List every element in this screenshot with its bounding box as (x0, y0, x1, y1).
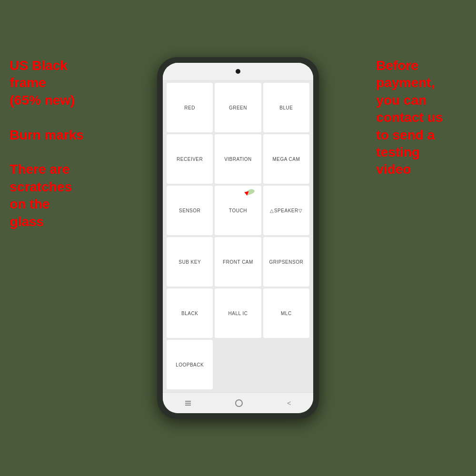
nav-bar: < (163, 392, 313, 413)
cell-empty-2 (263, 340, 309, 389)
annotation-left-line1: US Black (10, 57, 114, 74)
front-camera-dot (236, 69, 240, 74)
annotation-right-line6: testing (376, 144, 471, 161)
cell-black[interactable]: BLACK (167, 288, 213, 338)
cell-hall-ic[interactable]: HALL IC (215, 288, 261, 338)
phone-top-bar (163, 63, 313, 80)
nav-back-button[interactable]: < (287, 399, 291, 407)
annotation-right-line4: contact us (376, 109, 471, 126)
cell-blue[interactable]: BLUE (263, 83, 309, 132)
cell-mega-cam[interactable]: MEGA CAM (263, 134, 309, 184)
cell-vibration[interactable]: VIBRATION (215, 134, 261, 184)
cell-red[interactable]: RED (167, 83, 213, 132)
cell-green[interactable]: GREEN (215, 83, 261, 132)
annotation-left-scratch2: scratches (10, 178, 114, 196)
annotation-right-line1: Before (376, 57, 471, 74)
cell-speaker[interactable]: △SPEAKER▽ (263, 186, 309, 235)
annotation-left-scratch3: on the (10, 196, 114, 213)
test-grid: RED GREEN BLUE RECEIVER VIBRATION MEGA C… (163, 80, 313, 392)
phone-screen: RED GREEN BLUE RECEIVER VIBRATION MEGA C… (163, 63, 313, 413)
annotation-right-line5: to send a (376, 127, 471, 144)
cell-mlc[interactable]: MLC (263, 288, 309, 338)
cell-gripsensor[interactable]: GRIPSENSOR (263, 237, 309, 287)
cell-sub-key[interactable]: SUB KEY (167, 237, 213, 287)
annotation-left-scratch4: glass (10, 213, 114, 230)
nav-recents-button[interactable] (185, 401, 191, 406)
burn-mark (246, 189, 256, 195)
cell-empty-1 (215, 340, 261, 389)
cell-loopback[interactable]: LOOPBACK (167, 340, 213, 389)
cell-touch[interactable]: TOUCH (215, 186, 261, 235)
annotation-left: US Black frame (65% new) Burn marks Ther… (10, 57, 114, 230)
annotation-left-burn: Burn marks (10, 127, 114, 144)
back-icon: < (287, 399, 291, 407)
annotation-right-line7: video (376, 161, 471, 178)
annotation-right-line3: you can (376, 92, 471, 109)
annotation-left-scratch1: There are (10, 161, 114, 178)
phone-device: RED GREEN BLUE RECEIVER VIBRATION MEGA C… (157, 57, 319, 419)
home-icon (235, 399, 243, 407)
nav-home-button[interactable] (235, 399, 243, 407)
cell-sensor[interactable]: SENSOR (167, 186, 213, 235)
annotation-left-line3: (65% new) (10, 92, 114, 109)
cell-receiver[interactable]: RECEIVER (167, 134, 213, 184)
annotation-right: Before payment, you can contact us to se… (376, 57, 471, 178)
annotation-right-line2: payment, (376, 74, 471, 91)
cell-front-cam[interactable]: FRONT CAM (215, 237, 261, 287)
annotation-left-line2: frame (10, 74, 114, 91)
recents-icon (185, 401, 191, 406)
